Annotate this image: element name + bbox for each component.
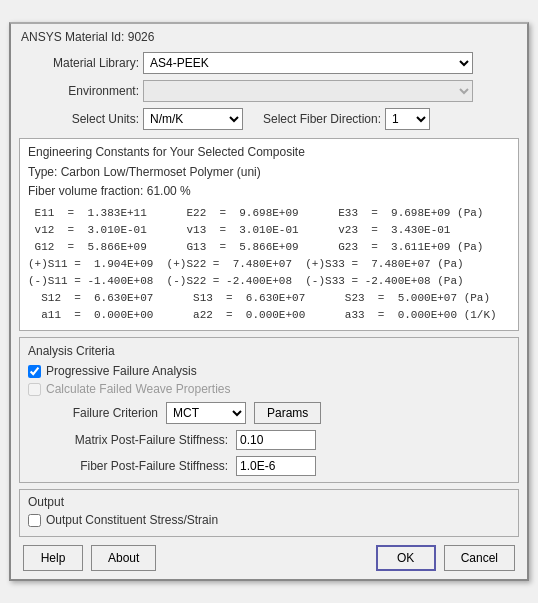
units-select[interactable]: N/m/K [143,108,243,130]
fiber-direction-select[interactable]: 1 [385,108,430,130]
material-library-row: Material Library: AS4-PEEK [19,52,519,74]
analysis-criteria-title: Analysis Criteria [28,344,510,358]
fiber-volume-line: Fiber volume fraction: 61.00 % [28,182,510,201]
help-button[interactable]: Help [23,545,83,571]
analysis-criteria-section: Analysis Criteria Progressive Failure An… [19,337,519,483]
constituent-stress-row: Output Constituent Stress/Strain [28,513,510,527]
main-dialog: ANSYS Material Id: 9026 Material Library… [9,22,529,582]
progressive-failure-row: Progressive Failure Analysis [28,364,510,378]
units-label: Select Units: [19,112,139,126]
failure-criterion-select[interactable]: MCT [166,402,246,424]
title-bar: ANSYS Material Id: 9026 [19,30,519,44]
progressive-failure-label: Progressive Failure Analysis [46,364,197,378]
material-library-select[interactable]: AS4-PEEK [143,52,473,74]
about-button[interactable]: About [91,545,156,571]
type-line: Type: Carbon Low/Thermoset Polymer (uni) [28,163,510,182]
fiber-direction-label: Select Fiber Direction: [263,112,381,126]
matrix-stiffness-row: Matrix Post-Failure Stiffness: [28,430,510,450]
failure-criterion-label: Failure Criterion [28,406,158,420]
environment-select[interactable] [143,80,473,102]
engineering-constants-box: Engineering Constants for Your Selected … [19,138,519,332]
engineering-constants-header: Engineering Constants for Your Selected … [28,145,510,159]
matrix-stiffness-input[interactable] [236,430,316,450]
cancel-button[interactable]: Cancel [444,545,515,571]
output-section: Output Output Constituent Stress/Strain [19,489,519,537]
calculate-failed-label: Calculate Failed Weave Properties [46,382,231,396]
progressive-failure-checkbox[interactable] [28,365,41,378]
params-button[interactable]: Params [254,402,321,424]
constituent-stress-checkbox[interactable] [28,514,41,527]
calculate-failed-checkbox[interactable] [28,383,41,396]
ok-button[interactable]: OK [376,545,436,571]
environment-label: Environment: [19,84,139,98]
material-library-label: Material Library: [19,56,139,70]
button-row: Help About OK Cancel [19,545,519,571]
calculate-failed-row: Calculate Failed Weave Properties [28,382,510,396]
constituent-stress-label: Output Constituent Stress/Strain [46,513,218,527]
fiber-stiffness-input[interactable] [236,456,316,476]
environment-row: Environment: [19,80,519,102]
failure-criterion-row: Failure Criterion MCT Params [28,402,510,424]
output-title: Output [28,495,510,509]
fiber-stiffness-row: Fiber Post-Failure Stiffness: [28,456,510,476]
right-buttons: OK Cancel [376,545,515,571]
left-buttons: Help About [23,545,156,571]
fiber-stiffness-label: Fiber Post-Failure Stiffness: [28,459,228,473]
units-row: Select Units: N/m/K Select Fiber Directi… [19,108,519,130]
constants-grid: E11 = 1.383E+11 E22 = 9.698E+09 E33 = 9.… [28,205,510,324]
matrix-stiffness-label: Matrix Post-Failure Stiffness: [28,433,228,447]
